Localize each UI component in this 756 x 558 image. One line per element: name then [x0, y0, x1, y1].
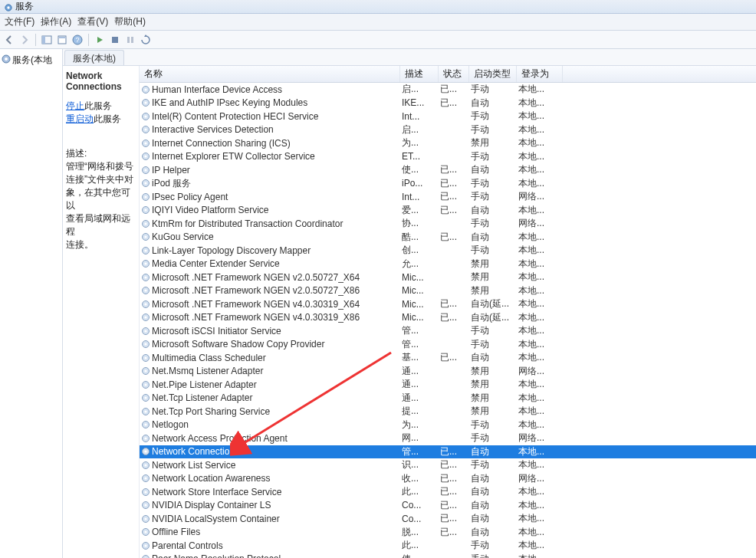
help-icon[interactable]: ?: [71, 34, 84, 46]
table-row[interactable]: Media Center Extender Service允...禁用本地...: [140, 258, 756, 271]
svg-point-58: [144, 370, 146, 373]
service-name: Parental Controls: [152, 540, 223, 551]
table-row[interactable]: Intel(R) Content Protection HECI Service…: [140, 110, 756, 123]
forward-icon[interactable]: [18, 34, 31, 46]
table-row[interactable]: Microsoft .NET Framework NGEN v2.0.50727…: [140, 271, 756, 284]
service-startup: 手动: [469, 432, 517, 445]
table-row[interactable]: Netlogon为...手动本地...: [140, 419, 756, 432]
stop-icon[interactable]: [109, 34, 121, 46]
desc-label: 描述:: [66, 147, 136, 160]
table-row[interactable]: Offline Files脱...已...自动本地...: [140, 526, 756, 540]
properties-icon[interactable]: [56, 34, 68, 46]
col-startup[interactable]: 启动类型: [469, 66, 517, 82]
service-logon: 网络...: [517, 432, 563, 445]
menu-view[interactable]: 查看(V): [77, 15, 108, 28]
menu-action[interactable]: 操作(A): [41, 15, 71, 28]
table-row[interactable]: IP Helper使...已...自动本地...: [140, 163, 756, 177]
table-row[interactable]: Network Connections管...已...自动本地...: [140, 445, 756, 459]
table-row[interactable]: Microsoft .NET Framework NGEN v4.0.30319…: [140, 311, 756, 325]
service-startup: 禁用: [469, 136, 517, 149]
gear-icon: [141, 541, 150, 550]
table-row[interactable]: Net.Msmq Listener Adapter通...禁用网络...: [140, 365, 756, 379]
service-status: 已...: [439, 83, 469, 96]
tree-root-node[interactable]: 服务(本地: [2, 52, 61, 68]
service-name: Internet Connection Sharing (ICS): [152, 138, 291, 149]
table-row[interactable]: Net.Pipe Listener Adapter通...禁用本地...: [140, 378, 756, 392]
table-row[interactable]: KtmRm for Distributed Transaction Coordi…: [140, 217, 756, 231]
restart-icon[interactable]: [140, 34, 152, 46]
table-row[interactable]: IQIYI Video Platform Service爱...已...自动本地…: [140, 204, 756, 218]
table-row[interactable]: Internet Explorer ETW Collector ServiceE…: [140, 150, 756, 164]
service-logon: 本地...: [517, 485, 563, 498]
col-logon[interactable]: 登录为: [517, 66, 563, 82]
table-row[interactable]: Parental Controls此...手动本地...: [140, 539, 756, 553]
service-name: NVIDIA LocalSystem Container: [152, 514, 280, 524]
service-logon: 本地...: [517, 110, 563, 123]
restart-service-link[interactable]: 重启动: [66, 113, 94, 124]
table-row[interactable]: Network Store Interface Service此...已...自…: [140, 485, 756, 499]
svg-point-52: [144, 330, 146, 332]
service-desc: iPo...: [400, 178, 439, 189]
gear-icon: [141, 152, 150, 161]
service-startup: 手动: [469, 217, 517, 230]
service-status: 已...: [439, 231, 469, 244]
table-row[interactable]: Microsoft .NET Framework NGEN v2.0.50727…: [140, 284, 756, 298]
gear-icon: [141, 487, 150, 497]
menu-file[interactable]: 文件(F): [5, 15, 35, 28]
service-desc: 启...: [400, 83, 439, 96]
svg-point-30: [144, 182, 146, 185]
service-desc: 使...: [400, 163, 439, 176]
service-name: Multimedia Class Scheduler: [152, 353, 266, 363]
column-headers: 名称 描述 状态 启动类型 登录为: [140, 66, 756, 83]
table-row[interactable]: Microsoft iSCSI Initiator Service管...手动本…: [140, 324, 756, 338]
table-row[interactable]: IKE and AuthIP IPsec Keying ModulesIKE..…: [140, 97, 756, 110]
tab-local-services[interactable]: 服务(本地): [64, 50, 124, 65]
table-row[interactable]: Multimedia Class Scheduler基...已...自动本地..…: [140, 351, 756, 365]
col-status[interactable]: 状态: [439, 66, 469, 82]
svg-point-32: [144, 195, 146, 198]
table-row[interactable]: Net.Tcp Listener Adapter通...禁用本地...: [140, 392, 756, 405]
table-row[interactable]: Peer Name Resolution Protocol使...手动本地...: [140, 553, 756, 559]
table-row[interactable]: Net.Tcp Port Sharing Service提...禁用本地...: [140, 405, 756, 419]
gear-icon: [141, 434, 150, 443]
table-row[interactable]: NVIDIA LocalSystem ContainerCo...已...自动本…: [140, 512, 756, 526]
gear-icon: [141, 112, 150, 121]
table-row[interactable]: Link-Layer Topology Discovery Mapper创...…: [140, 244, 756, 258]
svg-rect-11: [131, 37, 133, 43]
col-name[interactable]: 名称: [140, 66, 400, 82]
table-row[interactable]: NVIDIA Display Container LSCo...已...自动本地…: [140, 499, 756, 513]
table-row[interactable]: Microsoft .NET Framework NGEN v4.0.30319…: [140, 297, 756, 311]
service-desc: Int...: [400, 111, 439, 122]
table-row[interactable]: Internet Connection Sharing (ICS)为...禁用本…: [140, 136, 756, 150]
table-row[interactable]: Network Location Awareness收...已...自动网络..…: [140, 472, 756, 486]
table-row[interactable]: Microsoft Software Shadow Copy Provider管…: [140, 338, 756, 352]
table-row[interactable]: Interactive Services Detection启...手动本地..…: [140, 123, 756, 137]
table-row[interactable]: iPod 服务iPo...已...手动本地...: [140, 177, 756, 191]
service-list[interactable]: Human Interface Device Access启...已...手动本…: [140, 83, 756, 558]
table-row[interactable]: IPsec Policy AgentInt...已...手动网络...: [140, 190, 756, 204]
service-desc: 为...: [400, 419, 439, 432]
service-status: 已...: [439, 297, 469, 310]
table-row[interactable]: KuGou Service酷...已...自动本地...: [140, 231, 756, 245]
service-name: iPod 服务: [152, 177, 191, 190]
menu-help[interactable]: 帮助(H): [114, 15, 146, 28]
table-row[interactable]: Human Interface Device Access启...已...手动本…: [140, 83, 756, 97]
back-icon[interactable]: [3, 34, 15, 46]
pause-icon[interactable]: [124, 34, 136, 46]
service-desc: 通...: [400, 378, 439, 391]
service-desc: IKE...: [400, 97, 439, 108]
service-logon: 本地...: [517, 445, 563, 458]
col-desc[interactable]: 描述: [400, 66, 439, 82]
table-row[interactable]: Network List Service识...已...手动本地...: [140, 458, 756, 472]
svg-point-44: [144, 276, 146, 278]
desc-line2: 连接”文件夹中对: [66, 173, 136, 186]
service-logon: 本地...: [517, 499, 563, 512]
play-icon[interactable]: [94, 34, 106, 46]
stop-service-link[interactable]: 停止: [66, 100, 84, 111]
service-startup: 手动: [469, 123, 517, 136]
service-logon: 本地...: [517, 338, 563, 351]
view-panel-icon[interactable]: [41, 34, 53, 46]
service-name: IKE and AuthIP IPsec Keying Modules: [152, 97, 307, 108]
table-row[interactable]: Network Access Protection Agent网...手动网络.…: [140, 432, 756, 445]
service-name: Netlogon: [152, 419, 189, 430]
